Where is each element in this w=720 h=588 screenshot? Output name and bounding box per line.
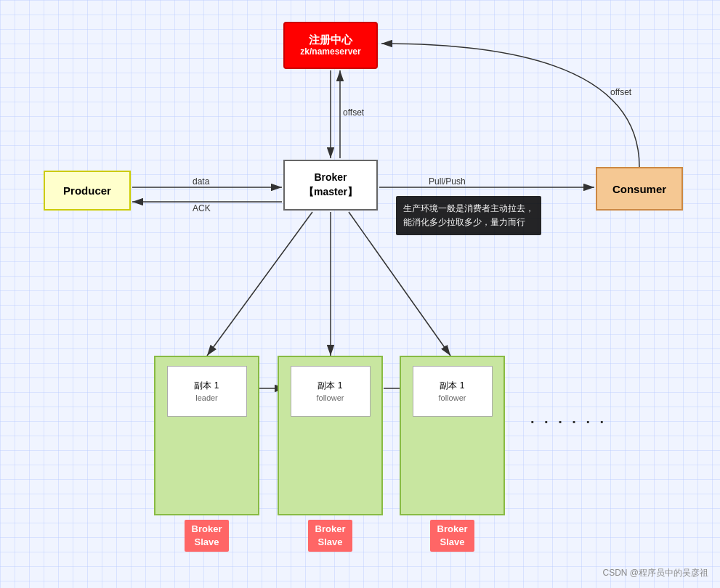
slave2-replica: 副本 1	[317, 379, 342, 392]
slave-inner-3: 副本 1 follower	[413, 366, 493, 417]
data-label: data	[193, 176, 209, 187]
registry-line2: zk/nameserver	[300, 46, 360, 58]
svg-line-7	[207, 212, 312, 356]
slave-inner-1: 副本 1 leader	[167, 366, 247, 417]
offset-label2: offset	[610, 87, 631, 97]
tooltip-box: 生产环境一般是消费者主动拉去，能消化多少拉取多少，量力而行	[396, 196, 541, 235]
slave-label-3: Broker Slave	[430, 520, 475, 552]
slave-group-3: 副本 1 follower Broker Slave	[400, 356, 505, 552]
slave3-role: follower	[439, 392, 466, 404]
producer-box: Producer	[44, 171, 131, 211]
footer: CSDN @程序员中的吴彦祖	[602, 567, 708, 579]
slave-group-2: 副本 1 follower Broker Slave	[278, 356, 383, 552]
slave-outer-1: 副本 1 leader	[154, 356, 259, 515]
slave-outer-2: 副本 1 follower	[278, 356, 383, 515]
slave3-replica: 副本 1	[440, 379, 464, 392]
registry-box: 注册中心 zk/nameserver	[283, 22, 378, 69]
slave1-replica: 副本 1	[194, 379, 219, 392]
slave-inner-2: 副本 1 follower	[291, 366, 371, 417]
slave-group-1: 副本 1 leader Broker Slave	[154, 356, 259, 552]
slave-label-1: Broker Slave	[185, 520, 230, 552]
slave1-role: leader	[195, 392, 218, 404]
registry-line1: 注册中心	[309, 33, 352, 47]
slave2-role: follower	[317, 392, 344, 404]
slave-label-2: Broker Slave	[308, 520, 353, 552]
broker-master-box: Broker 【master】	[283, 160, 378, 211]
offset-label1: offset	[343, 107, 364, 118]
consumer-box: Consumer	[596, 167, 683, 211]
tooltip-text: 生产环境一般是消费者主动拉去，能消化多少拉取多少，量力而行	[403, 203, 534, 227]
pull-push-label: Pull/Push	[429, 176, 466, 187]
broker-master-line2: 【master】	[304, 185, 357, 200]
broker-master-line1: Broker	[314, 171, 347, 185]
slave-outer-3: 副本 1 follower	[400, 356, 505, 515]
ack-label: ACK	[193, 203, 211, 213]
dots-ellipsis: · · · · · ·	[530, 414, 607, 430]
diagram-container: 注册中心 zk/nameserver offset offset Produce…	[0, 0, 720, 588]
consumer-label: Consumer	[612, 183, 666, 195]
producer-label: Producer	[63, 184, 111, 197]
